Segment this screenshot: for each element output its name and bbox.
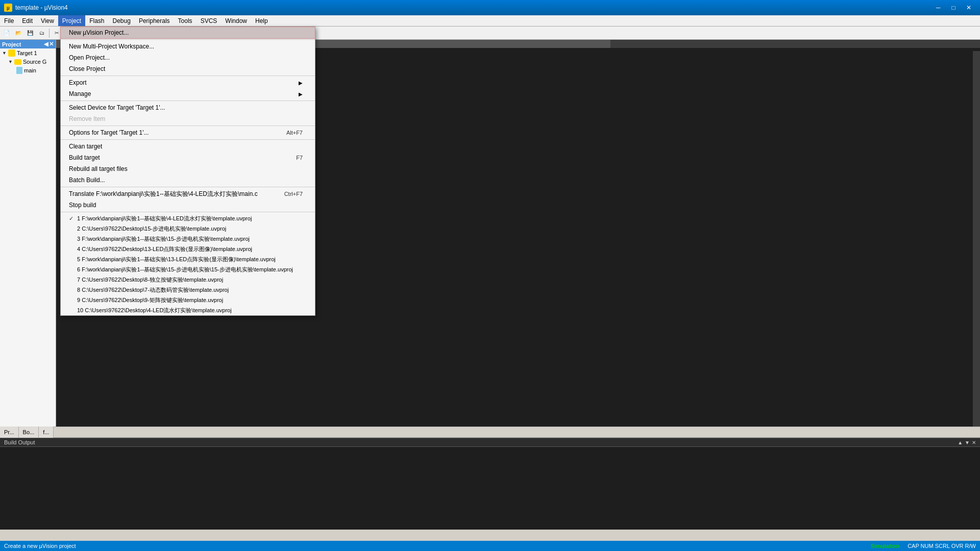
- app-icon: µ: [4, 4, 12, 12]
- sep2: [61, 76, 315, 76]
- menu-debug[interactable]: Debug: [109, 15, 135, 26]
- tree-root: ▼ Target 1: [0, 48, 56, 58]
- recent-7-label: 7 C:\Users\97622\Desktop\8-独立按键实验\templa…: [77, 276, 223, 284]
- rebuild-target-item[interactable]: Rebuild all target files: [61, 163, 315, 174]
- export-item[interactable]: Export ▶: [61, 77, 315, 88]
- panel-arrow-left[interactable]: ◀: [44, 41, 48, 47]
- recent-1[interactable]: ✓ 1 F:\work\danpianji\实验1--基础实验\4-LED流水灯…: [61, 213, 315, 223]
- menu-view[interactable]: View: [37, 15, 58, 26]
- tree-main-file[interactable]: main: [0, 66, 56, 75]
- save-btn[interactable]: 💾: [24, 28, 36, 39]
- tree-expand-source[interactable]: ▼: [8, 59, 13, 64]
- recent-5[interactable]: 5 F:\work\danpianji\实验1--基础实验\13-LED点阵实验…: [61, 254, 315, 264]
- recent-6[interactable]: 6 F:\work\danpianji\实验1--基础实验\15-步进电机实验\…: [61, 264, 315, 274]
- menu-window[interactable]: Window: [221, 15, 251, 26]
- new-uvision-project-label: New µVision Project...: [69, 29, 129, 36]
- menu-bar: File Edit View Project Flash Debug Perip…: [0, 15, 980, 27]
- export-arrow: ▶: [299, 80, 303, 86]
- build-panel-arrow-down[interactable]: ▼: [965, 440, 970, 445]
- editor-scrollbar-right[interactable]: [973, 51, 980, 427]
- check-1: ✓: [69, 215, 77, 222]
- close-project-item[interactable]: Close Project: [61, 63, 315, 74]
- status-bar: Create a new µVision project Simulation …: [0, 541, 980, 551]
- batch-build-item[interactable]: Batch Build...: [61, 174, 315, 186]
- pr-tab[interactable]: Pr...: [0, 427, 19, 438]
- build-output-title: Build Output: [4, 439, 35, 445]
- panel-arrows: ◀ ✕: [44, 41, 54, 47]
- check-2: [69, 226, 77, 232]
- menu-project[interactable]: Project: [58, 15, 85, 26]
- translate-label: Translate F:\work\danpianji\实验1--基础实验\4-…: [69, 190, 258, 198]
- minimize-button[interactable]: ─: [931, 3, 945, 13]
- stop-build-item[interactable]: Stop build: [61, 199, 315, 211]
- fn-tab[interactable]: f...: [39, 427, 54, 438]
- save-all-btn[interactable]: 🗂: [36, 28, 47, 39]
- menu-help[interactable]: Help: [251, 15, 272, 26]
- bo-tab[interactable]: Bo...: [19, 427, 39, 438]
- open-btn[interactable]: 📂: [13, 28, 24, 39]
- recent-9-label: 9 C:\Users\97622\Desktop\9-矩阵按键实验\templa…: [77, 296, 223, 304]
- options-target-item[interactable]: Options for Target 'Target 1'... Alt+F7: [61, 127, 315, 138]
- build-target-item[interactable]: Build target F7: [61, 152, 315, 163]
- new-uvision-project-item[interactable]: New µVision Project...: [61, 27, 315, 38]
- menu-tools[interactable]: Tools: [174, 15, 197, 26]
- new-multi-project-item[interactable]: New Multi-Project Workspace...: [61, 41, 315, 52]
- file-icon: [16, 67, 22, 74]
- build-panel-close[interactable]: ✕: [972, 440, 976, 445]
- recent-10[interactable]: 10 C:\Users\97622\Desktop\4-LED流水灯实验\tem…: [61, 305, 315, 315]
- new-multi-label: New Multi-Project Workspace...: [69, 43, 154, 50]
- recent-4-label: 4 C:\Users\97622\Desktop\13-LED点阵实验(显示图像…: [77, 245, 252, 253]
- check-7: [69, 277, 77, 283]
- menu-flash[interactable]: Flash: [85, 15, 108, 26]
- open-project-item[interactable]: Open Project...: [61, 52, 315, 63]
- recent-10-label: 10 C:\Users\97622\Desktop\4-LED流水灯实验\tem…: [77, 307, 232, 314]
- recent-3-label: 3 F:\work\danpianji\实验1--基础实验\15-步进电机实验\…: [77, 235, 250, 243]
- recent-3[interactable]: 3 F:\work\danpianji\实验1--基础实验\15-步进电机实验\…: [61, 234, 315, 244]
- title-bar-left: µ template - µVision4: [4, 4, 68, 12]
- status-right: Simulation CAP NUM SCRL OVR R/W: [871, 543, 976, 549]
- bottom-tabs-row: Pr... Bo... f...: [0, 427, 980, 438]
- menu-peripherals[interactable]: Peripherals: [135, 15, 174, 26]
- clean-target-item[interactable]: Clean target: [61, 141, 315, 152]
- manage-item[interactable]: Manage ▶: [61, 88, 315, 99]
- file-label: main: [24, 67, 36, 73]
- target-label[interactable]: Target 1: [17, 50, 37, 56]
- recent-8[interactable]: 8 C:\Users\97622\Desktop\7-动态数码管实验\templ…: [61, 285, 315, 295]
- sep5: [61, 139, 315, 140]
- new-file-btn[interactable]: 📄: [1, 28, 12, 39]
- status-left: Create a new µVision project: [4, 543, 76, 549]
- recent-8-label: 8 C:\Users\97622\Desktop\7-动态数码管实验\templ…: [77, 286, 229, 294]
- panel-header: Project ◀ ✕: [0, 40, 56, 48]
- sep7: [61, 212, 315, 212]
- build-panel-arrow-up[interactable]: ▲: [958, 440, 963, 445]
- panel-arrow-right[interactable]: ✕: [49, 41, 54, 47]
- menu-svcs[interactable]: SVCS: [197, 15, 222, 26]
- tree-expand-root[interactable]: ▼: [2, 51, 7, 56]
- translate-item[interactable]: Translate F:\work\danpianji\实验1--基础实验\4-…: [61, 188, 315, 199]
- maximize-button[interactable]: □: [946, 3, 961, 13]
- options-target-label: Options for Target 'Target 1'...: [69, 129, 149, 136]
- recent-7[interactable]: 7 C:\Users\97622\Desktop\8-独立按键实验\templa…: [61, 274, 315, 285]
- status-message: Create a new µVision project: [4, 543, 76, 549]
- options-shortcut: Alt+F7: [286, 130, 303, 136]
- translate-shortcut: Ctrl+F7: [284, 191, 303, 197]
- remove-item-label: Remove Item: [69, 115, 105, 122]
- status-indicators: CAP NUM SCRL OVR R/W: [908, 543, 976, 549]
- target-folder-icon: [8, 49, 15, 57]
- close-button[interactable]: ✕: [962, 3, 976, 13]
- recent-4[interactable]: 4 C:\Users\97622\Desktop\13-LED点阵实验(显示图像…: [61, 244, 315, 254]
- select-device-label: Select Device for Target 'Target 1'...: [69, 104, 165, 111]
- menu-file[interactable]: File: [0, 15, 18, 26]
- menu-edit[interactable]: Edit: [18, 15, 37, 26]
- project-dropdown-menu: New µVision Project... New Multi-Project…: [60, 27, 315, 316]
- recent-2[interactable]: 2 C:\Users\97622\Desktop\15-步进电机实验\templ…: [61, 223, 315, 234]
- recent-9[interactable]: 9 C:\Users\97622\Desktop\9-矩阵按键实验\templa…: [61, 295, 315, 305]
- close-project-label: Close Project: [69, 65, 105, 72]
- source-group-label[interactable]: Source G: [23, 59, 46, 65]
- recent-2-label: 2 C:\Users\97622\Desktop\15-步进电机实验\templ…: [77, 225, 226, 233]
- sep4: [61, 126, 315, 126]
- left-panel: Project ◀ ✕ ▼ Target 1 ▼ Source G main: [0, 40, 56, 427]
- check-4: [69, 246, 77, 252]
- bo-tab-label: Bo...: [23, 429, 35, 435]
- select-device-item[interactable]: Select Device for Target 'Target 1'...: [61, 102, 315, 113]
